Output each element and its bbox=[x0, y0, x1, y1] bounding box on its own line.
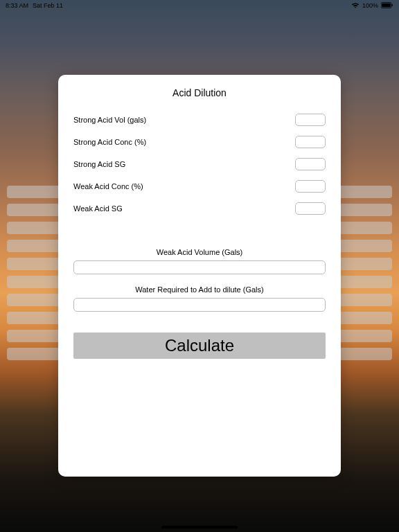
wifi-icon bbox=[351, 2, 360, 10]
input-label: Strong Acid Vol (gals) bbox=[73, 116, 146, 124]
dilution-modal: Acid Dilution Strong Acid Vol (gals) Str… bbox=[58, 75, 341, 477]
weak-acid-volume-output[interactable] bbox=[73, 260, 326, 274]
output-section: Weak Acid Volume (Gals) Water Required t… bbox=[73, 248, 326, 359]
input-row-weak-acid-conc: Weak Acid Conc (%) bbox=[73, 180, 326, 193]
modal-title: Acid Dilution bbox=[73, 87, 326, 98]
input-label: Weak Acid Conc (%) bbox=[73, 182, 143, 190]
home-indicator[interactable] bbox=[161, 526, 238, 529]
strong-acid-conc-input[interactable] bbox=[295, 136, 326, 148]
status-date: Sat Feb 11 bbox=[33, 2, 63, 9]
svg-rect-1 bbox=[382, 3, 391, 7]
battery-text: 100% bbox=[362, 2, 378, 9]
status-time: 8:33 AM bbox=[6, 2, 28, 9]
output-label-water: Water Required to Add to dilute (Gals) bbox=[73, 285, 326, 294]
input-row-strong-acid-vol: Strong Acid Vol (gals) bbox=[73, 114, 326, 126]
input-label: Weak Acid SG bbox=[73, 204, 123, 213]
weak-acid-conc-input[interactable] bbox=[295, 180, 326, 193]
input-row-strong-acid-conc: Strong Acid Conc (%) bbox=[73, 136, 326, 148]
input-row-weak-acid-sg: Weak Acid SG bbox=[73, 202, 326, 215]
weak-acid-sg-input[interactable] bbox=[295, 202, 326, 215]
battery-icon bbox=[381, 2, 393, 10]
input-label: Strong Acid Conc (%) bbox=[73, 138, 146, 146]
strong-acid-vol-input[interactable] bbox=[295, 114, 326, 126]
calculate-button[interactable]: Calculate bbox=[73, 332, 326, 359]
strong-acid-sg-input[interactable] bbox=[295, 158, 326, 170]
input-row-strong-acid-sg: Strong Acid SG bbox=[73, 158, 326, 170]
svg-rect-2 bbox=[392, 4, 393, 6]
input-label: Strong Acid SG bbox=[73, 160, 125, 168]
output-label-weak-vol: Weak Acid Volume (Gals) bbox=[73, 248, 326, 256]
status-bar: 8:33 AM Sat Feb 11 100% bbox=[0, 0, 399, 11]
water-required-output[interactable] bbox=[73, 298, 326, 312]
